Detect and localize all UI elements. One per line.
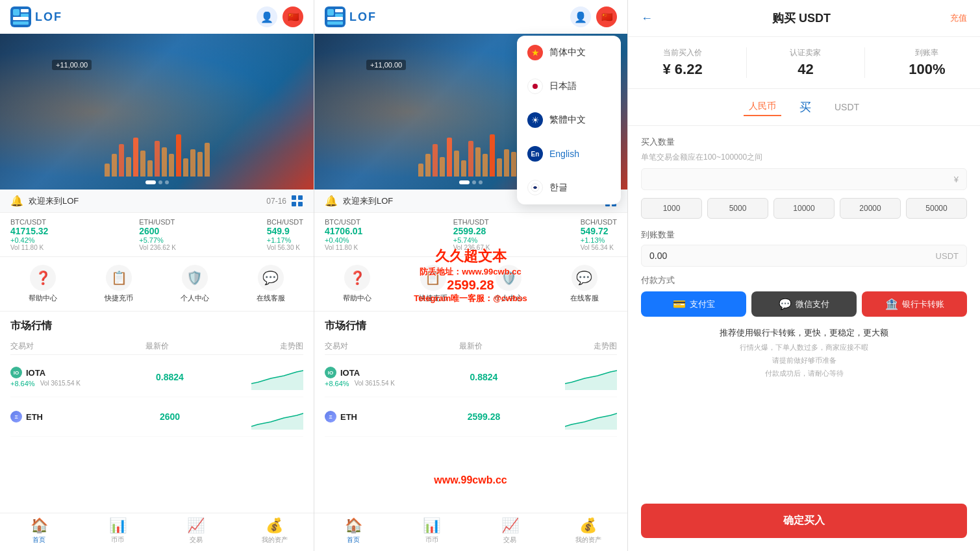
svg-marker-6 [251,413,303,430]
nav-coins-1[interactable]: 📊 币币 [79,517,157,545]
user-icon-2[interactable]: 👤 [570,6,591,27]
lang-item-cn[interactable]: ★ 简体中文 [517,36,621,69]
nav-label-coins-1: 币币 [111,535,124,545]
svg-marker-12 [565,371,617,390]
ticker-item-eth-2: ETH/USDT 2599.28 +5.74% Vol 236.67 K [453,218,490,251]
currency-tabs: 人民币 买 USDT [628,89,980,126]
logo-1: LOF [10,6,62,27]
lang-label-kr: 한글 [549,182,568,193]
ticker-pair-btc-1: BTC/USDT [10,218,48,226]
svg-rect-0 [13,9,19,16]
flag-tw: ☀ [527,112,543,128]
amount-20000[interactable]: 20000 [840,198,901,219]
nav-label-trade-1: 交易 [190,535,203,545]
iota-icon-2: IO [325,367,336,378]
market-row-eth-2[interactable]: Ξ ETH 2599.28 [325,397,617,437]
tab-cny[interactable]: 人民币 [744,98,781,116]
confirm-buy-button[interactable]: 确定买入 [641,504,967,538]
service-icon-1: 💬 [258,265,284,291]
lang-item-jp[interactable]: 日本語 [517,69,621,103]
nav-home-2[interactable]: 🏠 首页 [314,517,393,545]
amount-1000[interactable]: 1000 [641,198,702,219]
nav-assets-1[interactable]: 💰 我的资产 [235,517,314,545]
nav-trade-1[interactable]: 📈 交易 [157,517,236,545]
bottom-nav-1: 🏠 首页 📊 币币 📈 交易 💰 我的资产 [0,513,314,551]
action-profile-1[interactable]: 🛡️ 个人中心 [181,265,209,303]
amount-5000[interactable]: 5000 [707,198,768,219]
ann-grid-1[interactable] [292,195,303,207]
nav-trade-2[interactable]: 📈 交易 [471,517,549,545]
market-row-iota-2[interactable]: IO IOTA +8.64% Vol 3615.54 K 0.8824 [325,358,617,397]
flag-jp [527,79,543,94]
payment-label: 付款方式 [641,275,967,286]
action-service-2[interactable]: 💬 在线客服 [570,265,599,303]
tab-usdt[interactable]: USDT [829,99,864,115]
back-button[interactable]: ← [641,12,653,25]
bottom-nav-2: 🏠 首页 📊 币币 📈 交易 💰 我的资产 [314,513,627,551]
wechat-button[interactable]: 💬 微信支付 [751,291,857,317]
action-label-service-1: 在线客服 [257,293,285,303]
coins-icon-1: 📊 [109,517,127,534]
svg-rect-10 [327,17,343,20]
service-icon-2: 💬 [572,265,597,291]
dot-2 [158,180,162,184]
nav-assets-2[interactable]: 💰 我的资产 [549,517,628,545]
eth-price-1: 2600 [138,411,203,422]
panel-1: LOF 👤 🇨🇳 [0,0,314,551]
amount-50000[interactable]: 50000 [906,198,967,219]
col-pair-1: 交易对 [10,341,34,352]
market-row-iota-1[interactable]: IO IOTA +8.64% Vol 3615.54 K 0.8824 [10,358,303,397]
buy-amount-input[interactable] [649,174,954,184]
svg-rect-3 [13,17,29,20]
trade-icon-1: 📈 [187,517,205,534]
eth-name-1: Ξ ETH [10,411,88,422]
ticker-pair-eth-1: ETH/USDT [139,218,176,226]
eth-sparkline-1 [251,404,303,430]
buy-form: 买入数量 单笔交易金额应在100~100000之间 ¥ 1000 5000 10… [628,126,980,400]
market-header-2: 交易对 最新价 走势图 [325,338,617,355]
bank-button[interactable]: 🏦 银行卡转账 [862,291,967,317]
action-profile-2[interactable]: 🛡️ 个人中心 [494,265,523,303]
amount-10000[interactable]: 10000 [773,198,835,219]
alipay-label: 支付宝 [690,299,715,310]
action-recharge-1[interactable]: 📋 快捷充币 [105,265,133,303]
nav-home-1[interactable]: 🏠 首页 [0,517,79,545]
nav-coins-2[interactable]: 📊 币币 [393,517,471,545]
svg-rect-8 [335,9,343,12]
svg-rect-9 [335,14,343,17]
flag-icon-1[interactable]: 🇨🇳 [283,6,303,27]
note-main: 推荐使用银行卡转账，更快，更稳定，更大额 [641,327,967,339]
recharge-icon-1: 📋 [106,265,132,291]
lang-label-tw: 繁體中文 [549,114,586,126]
form-label-receive: 到账数量 [641,229,967,241]
svg-marker-5 [251,371,303,390]
tab-buy[interactable]: 买 [794,97,816,117]
stat-label-rate: 到账率 [909,47,945,58]
action-help-2[interactable]: ❓ 帮助中心 [343,265,371,303]
action-service-1[interactable]: 💬 在线客服 [257,265,285,303]
action-recharge-2[interactable]: 📋 快捷充币 [419,265,447,303]
svg-rect-7 [327,9,334,16]
receive-row: 0.00 USDT [641,245,967,267]
eth-info-2: Ξ ETH [325,411,403,422]
header-1: LOF 👤 🇨🇳 [0,0,314,34]
lang-item-en[interactable]: En English [517,137,621,171]
banner-dots-2 [459,180,483,184]
lang-item-kr[interactable]: 한글 [517,171,621,204]
home-icon-2: 🏠 [345,517,362,534]
iota-sparkline-1 [251,364,303,390]
user-icon-1[interactable]: 👤 [257,6,277,27]
iota-vol-1: Vol 3615.54 K [40,380,81,387]
lang-item-tw[interactable]: ☀ 繁體中文 [517,103,621,137]
market-row-eth-1[interactable]: Ξ ETH 2600 [10,397,303,437]
recharge-button[interactable]: 充值 [950,12,967,24]
alipay-button[interactable]: 💳 支付宝 [641,291,746,317]
flag-icon-2[interactable]: 🇨🇳 [596,6,617,27]
cny-unit: ¥ [954,175,959,184]
stat-divider-1 [746,47,747,78]
quick-actions-2: ❓ 帮助中心 📋 快捷充币 🛡️ 个人中心 💬 在线客服 [314,257,627,312]
ticker-item-bch-1: BCH/USDT 549.9 +1.17% Vol 56.30 K [267,218,303,251]
eth-info-1: Ξ ETH [10,411,88,422]
note-sub-3: 付款成功后，请耐心等待 [641,367,967,380]
action-help-1[interactable]: ❓ 帮助中心 [29,265,57,303]
